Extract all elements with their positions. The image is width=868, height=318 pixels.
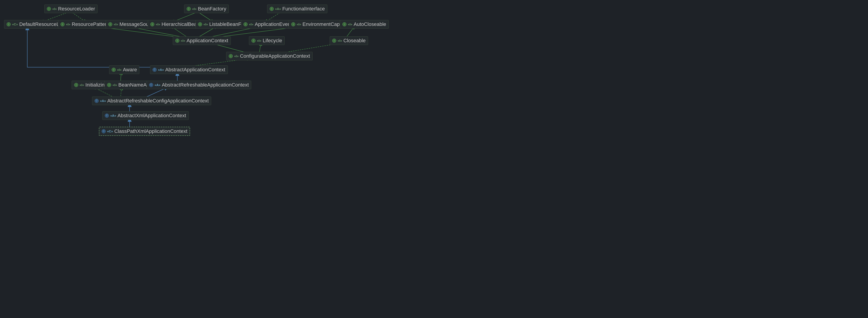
interface-icon: i — [7, 22, 11, 26]
node-BeanFactory[interactable]: i «I» BeanFactory — [184, 5, 229, 13]
node-label: ConfigurableApplicationContext — [240, 53, 310, 59]
interface-icon: i — [291, 22, 295, 26]
abstract-class-icon: © — [105, 114, 109, 118]
node-label: ResourceLoader — [58, 6, 95, 12]
node-ConfigurableApplicationContext[interactable]: i «I» ConfigurableApplicationContext — [226, 52, 313, 61]
interface-icon: i — [74, 83, 78, 87]
interface-icon: i — [198, 22, 202, 26]
interface-icon: i — [342, 22, 346, 26]
node-label: AbstractApplicationContext — [165, 67, 225, 73]
arrows-svg — [0, 0, 868, 318]
node-Aware[interactable]: i «I» Aware — [109, 65, 140, 74]
interface-icon: i — [244, 22, 248, 26]
interface-icon: i — [47, 7, 51, 11]
interface-icon: i — [150, 22, 154, 26]
node-label: ApplicationContext — [186, 38, 228, 44]
node-AbstractRefreshableApplicationContext[interactable]: © «A» AbstractRefreshableApplicationCont… — [147, 81, 251, 89]
node-label: AbstractRefreshableApplicationContext — [162, 82, 249, 88]
node-label: Aware — [123, 67, 137, 73]
node-Lifecycle[interactable]: i «I» Lifecycle — [249, 36, 285, 45]
abstract-class-icon: © — [149, 83, 153, 87]
node-label: AbstractRefreshableConfigApplicationCont… — [107, 98, 209, 104]
node-AbstractRefreshableConfigApplicationContext[interactable]: © «A» AbstractRefreshableConfigApplicati… — [92, 97, 211, 105]
interface-icon: i — [112, 68, 116, 72]
interface-icon: i — [60, 22, 65, 26]
node-label: ClassPathXmlApplicationContext — [114, 128, 188, 134]
node-ApplicationContext[interactable]: i «I» ApplicationContext — [173, 36, 231, 45]
node-Closeable[interactable]: i «I» Closeable — [330, 36, 368, 45]
interface-icon: i — [187, 7, 191, 11]
node-ClassPathXmlApplicationContext[interactable]: © «C» ClassPathXmlApplicationContext — [99, 127, 190, 136]
node-label: AbstractXmlApplicationContext — [118, 113, 186, 118]
interface-icon: i — [251, 39, 255, 43]
node-FunctionalInterface[interactable]: i «A» FunctionalInterface — [267, 5, 328, 13]
diagram-container: i «I» ResourceLoader i «I» BeanFactory i… — [0, 0, 868, 318]
class-icon: © — [102, 129, 106, 133]
interface-icon: i — [108, 22, 112, 26]
node-label: BeanFactory — [198, 6, 226, 12]
node-AbstractXmlApplicationContext[interactable]: © «A» AbstractXmlApplicationContext — [102, 111, 189, 120]
interface-icon: i — [175, 39, 179, 43]
node-AutoCloseable[interactable]: i «I» AutoCloseable — [340, 20, 389, 29]
node-label: Lifecycle — [262, 38, 282, 44]
node-AbstractApplicationContext[interactable]: © «A» AbstractApplicationContext — [150, 65, 228, 74]
abstract-class-icon: © — [153, 68, 157, 72]
interface-icon: i — [229, 54, 233, 58]
interface-icon: i — [332, 39, 336, 43]
interface-icon: i — [107, 83, 111, 87]
abstract-class-icon: © — [95, 99, 99, 103]
node-label: Closeable — [343, 38, 366, 44]
node-label: FunctionalInterface — [282, 6, 325, 12]
interface-icon: i — [270, 7, 274, 11]
node-label: AutoCloseable — [353, 21, 386, 27]
node-ResourceLoader[interactable]: i «I» ResourceLoader — [44, 5, 97, 13]
